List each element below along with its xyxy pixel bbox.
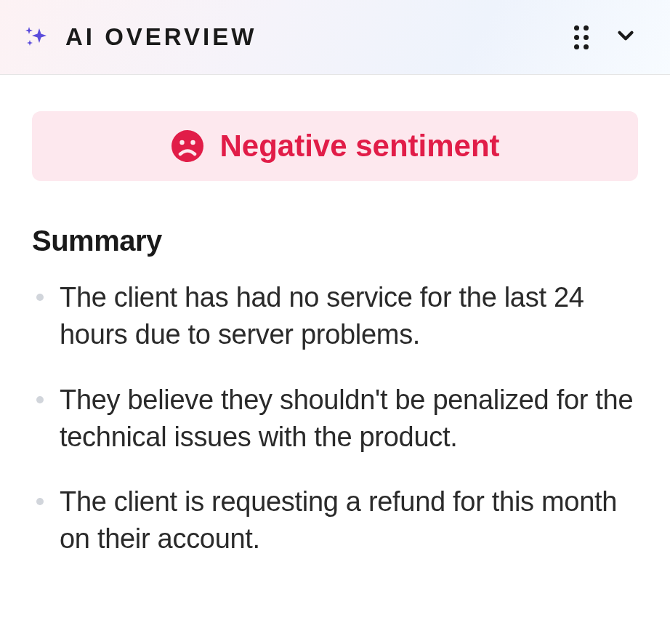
summary-list: The client has had no service for the la… <box>32 279 638 558</box>
sentiment-label: Negative sentiment <box>219 129 499 164</box>
svg-point-2 <box>191 140 195 145</box>
ai-overview-header: AI OVERVIEW <box>0 0 670 75</box>
sentiment-banner: Negative sentiment <box>32 111 638 181</box>
bullet-icon <box>36 396 44 403</box>
svg-point-1 <box>180 140 185 145</box>
summary-text: The client has had no service for the la… <box>60 279 638 354</box>
header-left-group: AI OVERVIEW <box>22 23 257 52</box>
summary-heading: Summary <box>32 225 638 257</box>
list-item: They believe they shouldn't be penalized… <box>32 382 638 456</box>
svg-point-0 <box>171 130 203 162</box>
list-item: The client is requesting a refund for th… <box>32 483 638 558</box>
summary-text: The client is requesting a refund for th… <box>60 483 638 558</box>
summary-text: They believe they shouldn't be penalized… <box>60 382 638 456</box>
frown-face-icon <box>170 129 205 164</box>
chevron-down-icon[interactable] <box>610 20 641 54</box>
list-item: The client has had no service for the la… <box>32 279 638 354</box>
drag-handle-icon[interactable] <box>574 25 589 49</box>
sparkle-icon <box>22 23 51 52</box>
header-controls <box>574 20 641 54</box>
page-title: AI OVERVIEW <box>65 23 257 51</box>
bullet-icon <box>36 294 44 301</box>
content-area: Negative sentiment Summary The client ha… <box>0 75 670 622</box>
bullet-icon <box>36 498 44 505</box>
